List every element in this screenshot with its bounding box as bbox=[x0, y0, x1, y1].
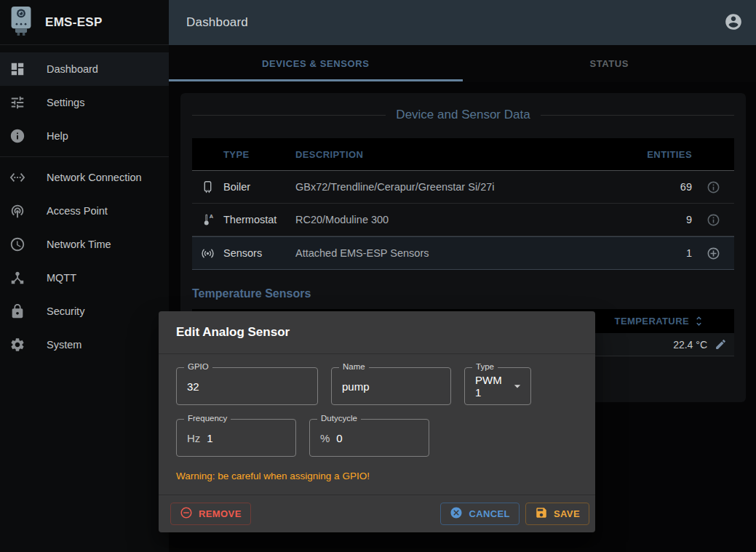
boiler-icon bbox=[192, 180, 223, 195]
gpio-warning-text: Warning: be careful when assigning a GPI… bbox=[176, 471, 578, 481]
dutycycle-field[interactable]: Dutycycle % 0 bbox=[309, 419, 429, 457]
add-circle-icon[interactable] bbox=[692, 247, 734, 260]
account-button[interactable] bbox=[723, 12, 744, 33]
unfold-more-icon[interactable] bbox=[693, 315, 705, 327]
ethernet-code-icon bbox=[9, 169, 25, 185]
tab-status[interactable]: STATUS bbox=[463, 45, 756, 82]
tab-label: STATUS bbox=[589, 58, 629, 69]
save-button[interactable]: SAVE bbox=[525, 503, 589, 525]
sidebar-item-label: MQTT bbox=[47, 272, 76, 284]
info-outline-icon[interactable] bbox=[692, 180, 734, 194]
dialog-title: Edit Analog Sensor bbox=[159, 311, 595, 354]
cancel-circle-icon bbox=[450, 506, 463, 521]
page-title: Dashboard bbox=[186, 15, 248, 30]
sidebar-item-label: Network Connection bbox=[47, 172, 142, 183]
lock-icon bbox=[9, 303, 25, 319]
dialog-body: GPIO 32 Name pump Type PWM 1 Frequenc bbox=[159, 354, 595, 481]
sidebar-item-label: Settings bbox=[47, 97, 84, 108]
sidebar-item-settings[interactable]: Settings bbox=[0, 86, 169, 119]
sidebar-item-mqtt[interactable]: MQTT bbox=[0, 261, 169, 295]
table-row-boiler[interactable]: Boiler GBx72/Trendline/Cerapur/Greenstar… bbox=[192, 171, 734, 204]
sidebar-item-label: Help bbox=[47, 130, 68, 142]
remove-circle-icon bbox=[180, 506, 193, 521]
frequency-unit: Hz bbox=[187, 432, 200, 444]
dropdown-caret-icon bbox=[510, 379, 525, 393]
cancel-button[interactable]: CANCEL bbox=[440, 503, 520, 525]
sidebar-divider bbox=[0, 156, 169, 157]
frequency-field[interactable]: Frequency Hz 1 bbox=[176, 419, 296, 457]
section-legend: Device and Sensor Data bbox=[192, 108, 734, 122]
info-icon bbox=[9, 128, 25, 144]
device-hub-icon bbox=[9, 270, 25, 286]
gpio-field[interactable]: GPIO 32 bbox=[176, 367, 318, 405]
thermostat-icon: A bbox=[192, 212, 223, 228]
column-entities: ENTITIES bbox=[647, 149, 692, 160]
cancel-button-label: CANCEL bbox=[469, 508, 510, 519]
sidebar-item-help[interactable]: Help bbox=[0, 119, 169, 153]
legend-line bbox=[192, 115, 386, 116]
type-select-value: PWM 1 bbox=[475, 374, 510, 399]
dutycycle-field-label: Dutycycle bbox=[317, 414, 361, 423]
clock-icon bbox=[9, 236, 25, 252]
account-circle-icon bbox=[724, 12, 743, 33]
sidebar-nav: Dashboard Settings Help Network Connecti bbox=[0, 45, 169, 361]
edit-analog-sensor-dialog: Edit Analog Sensor GPIO 32 Name pump Typ… bbox=[159, 311, 595, 532]
tab-devices-sensors[interactable]: DEVICES & SENSORS bbox=[169, 45, 463, 82]
sidebar-item-label: System bbox=[47, 339, 81, 351]
gear-icon bbox=[9, 337, 25, 353]
brand-title: EMS-ESP bbox=[45, 15, 103, 30]
column-type: TYPE bbox=[223, 149, 295, 160]
sidebar-item-label: Dashboard bbox=[47, 63, 98, 75]
sidebar-item-label: Access Point bbox=[47, 205, 108, 217]
section-title: Device and Sensor Data bbox=[396, 108, 530, 122]
save-button-label: SAVE bbox=[554, 508, 580, 519]
sidebar-item-access-point[interactable]: Access Point bbox=[0, 194, 169, 228]
temperature-sensors-title: Temperature Sensors bbox=[192, 287, 734, 300]
dutycycle-field-value: 0 bbox=[336, 432, 342, 444]
boiler-logo-icon bbox=[7, 5, 35, 39]
info-outline-icon[interactable] bbox=[692, 213, 734, 227]
legend-line bbox=[541, 115, 734, 116]
device-entities: 1 bbox=[647, 247, 692, 259]
device-table: TYPE DESCRIPTION ENTITIES Boiler GBx72/T… bbox=[192, 138, 734, 270]
device-entities: 9 bbox=[647, 214, 692, 225]
tabbar: DEVICES & SENSORS STATUS bbox=[169, 45, 756, 82]
name-field-value: pump bbox=[342, 380, 370, 393]
name-field[interactable]: Name pump bbox=[331, 367, 451, 405]
sidebar-item-label: Security bbox=[47, 305, 84, 317]
app-root: EMS-ESP Dashboard Settings Help bbox=[0, 0, 756, 552]
device-description: GBx72/Trendline/Cerapur/Greenstar Si/27i bbox=[295, 181, 647, 193]
temperature-value: 22.4 °C bbox=[673, 339, 707, 351]
pencil-icon[interactable] bbox=[715, 338, 727, 351]
frequency-field-value: 1 bbox=[207, 432, 212, 444]
device-description: RC20/Moduline 300 bbox=[295, 214, 647, 225]
sidebar-item-network-connection[interactable]: Network Connection bbox=[0, 161, 169, 194]
device-table-header: TYPE DESCRIPTION ENTITIES bbox=[192, 138, 734, 171]
appbar: Dashboard bbox=[169, 0, 756, 45]
device-type: Thermostat bbox=[223, 214, 295, 225]
brand: EMS-ESP bbox=[0, 0, 169, 45]
remove-button-label: REMOVE bbox=[199, 508, 242, 519]
name-field-label: Name bbox=[339, 362, 369, 371]
table-row-sensors[interactable]: Sensors Attached EMS-ESP Sensors 1 bbox=[192, 236, 734, 270]
sidebar: EMS-ESP Dashboard Settings Help bbox=[0, 0, 169, 552]
tab-label: DEVICES & SENSORS bbox=[262, 58, 369, 69]
sidebar-item-security[interactable]: Security bbox=[0, 295, 169, 328]
gpio-field-value: 32 bbox=[187, 380, 199, 393]
frequency-field-label: Frequency bbox=[184, 414, 231, 423]
dutycycle-unit: % bbox=[320, 432, 330, 444]
column-description: DESCRIPTION bbox=[295, 149, 647, 160]
device-type: Boiler bbox=[223, 181, 295, 193]
svg-text:A: A bbox=[210, 213, 214, 220]
type-select[interactable]: Type PWM 1 bbox=[464, 367, 531, 405]
save-floppy-icon bbox=[535, 506, 548, 521]
gpio-field-label: GPIO bbox=[184, 362, 212, 371]
wifi-tethering-icon bbox=[9, 203, 25, 219]
sidebar-item-network-time[interactable]: Network Time bbox=[0, 228, 169, 261]
sidebar-item-system[interactable]: System bbox=[0, 328, 169, 361]
device-description: Attached EMS-ESP Sensors bbox=[295, 247, 647, 259]
sidebar-item-dashboard[interactable]: Dashboard bbox=[0, 52, 169, 86]
remove-button[interactable]: REMOVE bbox=[170, 503, 251, 525]
tune-icon bbox=[9, 95, 25, 111]
table-row-thermostat[interactable]: A Thermostat RC20/Moduline 300 9 bbox=[192, 204, 734, 236]
